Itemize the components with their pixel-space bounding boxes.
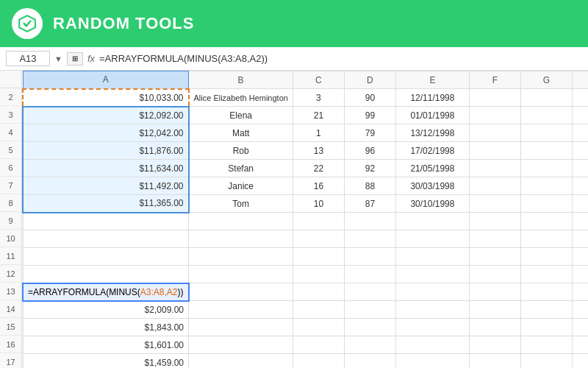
cell-f2[interactable] xyxy=(469,89,520,107)
cell-f7[interactable] xyxy=(469,177,520,195)
col-header-f[interactable]: F xyxy=(469,71,520,89)
col-header-g[interactable]: G xyxy=(520,71,572,89)
table-row: =ARRAYFORMULA(MINUS(A3:A8,A2)) xyxy=(23,283,588,301)
row-num-13: 13 xyxy=(0,283,21,300)
cell-a6[interactable]: $11,634.00 xyxy=(23,160,189,177)
table-row: $1,601.00 xyxy=(23,336,588,354)
row-num-4: 4 xyxy=(0,124,21,141)
cell-g2[interactable] xyxy=(520,89,572,107)
cell-h5[interactable] xyxy=(572,142,588,160)
cell-a8[interactable]: $11,365.00 xyxy=(23,195,189,213)
col-header-c[interactable]: C xyxy=(293,71,344,89)
expand-formula-button[interactable]: ⊞ xyxy=(67,52,83,66)
cell-d6[interactable]: 92 xyxy=(344,160,395,177)
table-row: $1,459.00 xyxy=(23,354,588,369)
row-num-7: 7 xyxy=(0,177,21,194)
col-header-h[interactable]: H xyxy=(572,71,588,89)
cell-g8[interactable] xyxy=(520,195,572,213)
cell-d5[interactable]: 96 xyxy=(344,142,395,160)
cell-a12[interactable] xyxy=(23,266,189,283)
cell-a17[interactable]: $1,459.00 xyxy=(23,354,189,369)
cell-e6[interactable]: 21/05/1998 xyxy=(395,160,469,177)
cell-h4[interactable] xyxy=(572,124,588,142)
col-header-e[interactable]: E xyxy=(395,71,469,89)
cell-c9[interactable] xyxy=(293,213,344,230)
cell-g4[interactable] xyxy=(520,124,572,142)
table-row: $11,365.00 Tom 10 87 30/10/1998 xyxy=(23,195,588,213)
cell-a7[interactable]: $11,492.00 xyxy=(23,177,189,195)
cell-c2[interactable]: 3 xyxy=(293,89,344,107)
cell-f5[interactable] xyxy=(469,142,520,160)
cell-f6[interactable] xyxy=(469,160,520,177)
row-num-8: 8 xyxy=(0,194,21,212)
cell-c3[interactable]: 21 xyxy=(293,107,344,124)
cell-f8[interactable] xyxy=(469,195,520,213)
cell-d7[interactable]: 88 xyxy=(344,177,395,195)
cell-a11[interactable] xyxy=(23,248,189,266)
cell-h7[interactable] xyxy=(572,177,588,195)
cell-g5[interactable] xyxy=(520,142,572,160)
cell-h2[interactable] xyxy=(572,89,588,107)
cell-e3[interactable]: 01/01/1998 xyxy=(395,107,469,124)
logo-icon xyxy=(12,8,43,39)
cell-d4[interactable]: 79 xyxy=(344,124,395,142)
grid-area: A B C D E F G H I $10,033.00 Alice Eliza… xyxy=(22,71,588,368)
cell-b5[interactable]: Rob xyxy=(189,142,293,160)
row-num-15: 15 xyxy=(0,318,21,336)
cell-a10[interactable] xyxy=(23,230,189,248)
cell-c4[interactable]: 1 xyxy=(293,124,344,142)
cell-c5[interactable]: 13 xyxy=(293,142,344,160)
row-num-3: 3 xyxy=(0,106,21,124)
cell-f4[interactable] xyxy=(469,124,520,142)
cell-h6[interactable] xyxy=(572,160,588,177)
cell-reference[interactable]: A13 xyxy=(6,51,50,66)
cell-b6[interactable]: Stefan xyxy=(189,160,293,177)
cell-a3[interactable]: $12,092.00 xyxy=(23,107,189,124)
cell-e7[interactable]: 30/03/1998 xyxy=(395,177,469,195)
cell-a4[interactable]: $12,042.00 xyxy=(23,124,189,142)
cell-a5[interactable]: $11,876.00 xyxy=(23,142,189,160)
cell-d2[interactable]: 90 xyxy=(344,89,395,107)
cell-e4[interactable]: 13/12/1998 xyxy=(395,124,469,142)
cell-e2[interactable]: 12/11/1998 xyxy=(395,89,469,107)
cell-f3[interactable] xyxy=(469,107,520,124)
cell-g6[interactable] xyxy=(520,160,572,177)
cell-b3[interactable]: Elena xyxy=(189,107,293,124)
cell-a9[interactable] xyxy=(23,213,189,230)
formula-text: =ARRAYFORMULA(MINUS(A3:A8,A2)) xyxy=(28,287,184,297)
cell-g7[interactable] xyxy=(520,177,572,195)
cell-d3[interactable]: 99 xyxy=(344,107,395,124)
cell-a2[interactable]: $10,033.00 xyxy=(23,89,189,107)
col-header-a[interactable]: A xyxy=(23,71,189,89)
cell-c7[interactable]: 16 xyxy=(293,177,344,195)
cell-a16[interactable]: $1,601.00 xyxy=(23,336,189,354)
cell-g3[interactable] xyxy=(520,107,572,124)
cell-e8[interactable]: 30/10/1998 xyxy=(395,195,469,213)
cell-d8[interactable]: 87 xyxy=(344,195,395,213)
cell-a14[interactable]: $2,009.00 xyxy=(23,301,189,319)
table-row: $11,876.00 Rob 13 96 17/02/1998 xyxy=(23,142,588,160)
formula-input[interactable]: =ARRAYFORMULA(MINUS(A3:A8,A2)) xyxy=(99,53,582,64)
cell-c6[interactable]: 22 xyxy=(293,160,344,177)
row-num-9: 9 xyxy=(0,212,21,230)
table-row: $10,033.00 Alice Elizabeth Hemington 3 9… xyxy=(23,89,588,107)
cell-b4[interactable]: Matt xyxy=(189,124,293,142)
cell-a15[interactable]: $1,843.00 xyxy=(23,319,189,336)
cell-b9[interactable] xyxy=(189,213,293,230)
table-row: $12,042.00 Matt 1 79 13/12/1998 xyxy=(23,124,588,142)
cell-h3[interactable] xyxy=(572,107,588,124)
cell-b7[interactable]: Janice xyxy=(189,177,293,195)
cell-e5[interactable]: 17/02/1998 xyxy=(395,142,469,160)
cell-c8[interactable]: 10 xyxy=(293,195,344,213)
col-header-d[interactable]: D xyxy=(344,71,395,89)
cell-b8[interactable]: Tom xyxy=(189,195,293,213)
cell-e9[interactable] xyxy=(395,213,469,230)
cell-h8[interactable] xyxy=(572,195,588,213)
table-row xyxy=(23,266,588,283)
table-row xyxy=(23,230,588,248)
cell-d9[interactable] xyxy=(344,213,395,230)
cell-a13[interactable]: =ARRAYFORMULA(MINUS(A3:A8,A2)) xyxy=(23,283,189,301)
fx-label: fx xyxy=(87,53,95,64)
col-header-b[interactable]: B xyxy=(189,71,293,89)
cell-b2[interactable]: Alice Elizabeth Hemington xyxy=(189,89,293,107)
